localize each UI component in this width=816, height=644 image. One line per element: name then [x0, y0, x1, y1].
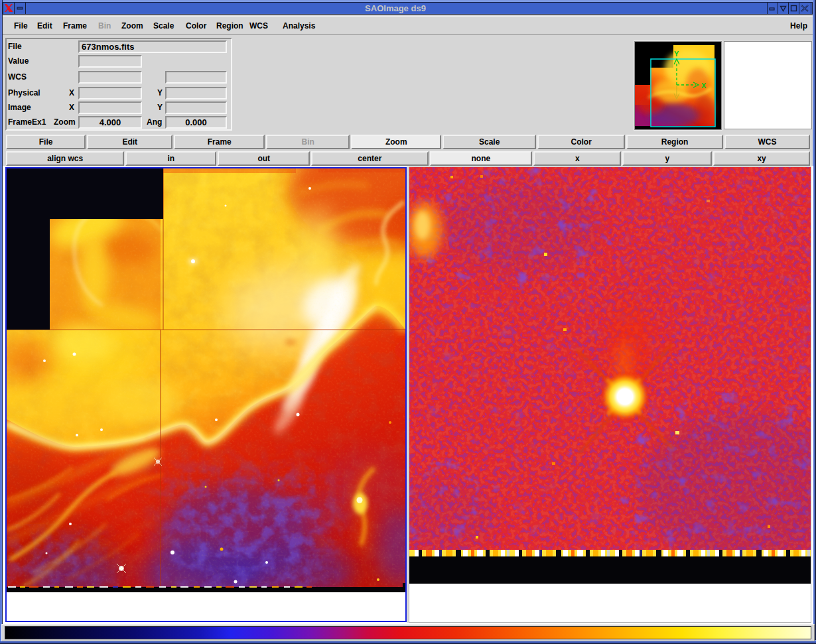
svg-text:Y: Y: [674, 50, 679, 58]
svg-text:X: X: [701, 82, 707, 90]
